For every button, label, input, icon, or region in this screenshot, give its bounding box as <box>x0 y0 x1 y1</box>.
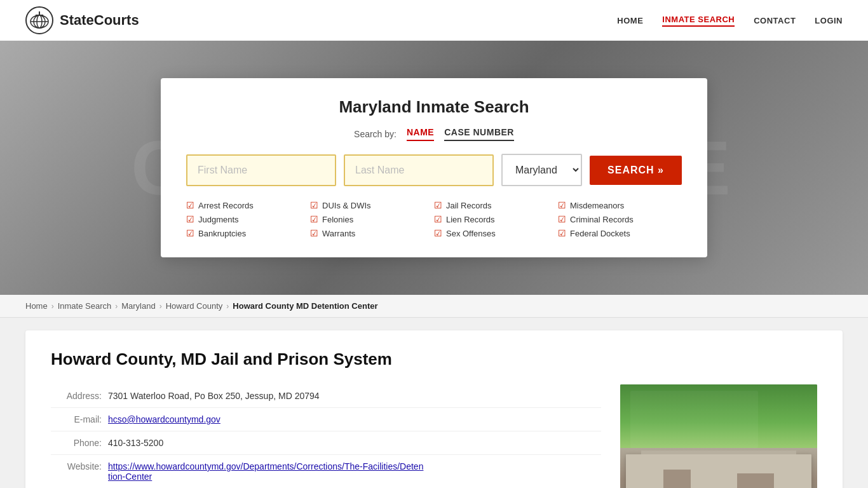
svg-point-0 <box>26 7 53 34</box>
checklist-item-misdemeanors: ☑ Misdemeanors <box>558 200 682 210</box>
breadcrumb: Home › Inmate Search › Maryland › Howard… <box>0 295 868 318</box>
checklist-item-jail: ☑ Jail Records <box>434 200 558 210</box>
checklist-label-jail: Jail Records <box>446 201 492 210</box>
breadcrumb-inmate-search[interactable]: Inmate Search <box>58 301 112 311</box>
checklist-item-bankruptcies: ☑ Bankruptcies <box>186 228 310 238</box>
search-inputs-row: Maryland SEARCH » <box>186 154 682 186</box>
checklist-label-criminal: Criminal Records <box>570 215 634 224</box>
checklist-label-sex-offenses: Sex Offenses <box>446 229 496 238</box>
header: StateCourts HOME INMATE SEARCH CONTACT L… <box>0 0 868 41</box>
site-name: StateCourts <box>60 12 139 29</box>
email-label: E-mail: <box>51 414 102 424</box>
main-content: Howard County, MD Jail and Prison System… <box>0 318 868 488</box>
nav-inmate-search[interactable]: INMATE SEARCH <box>662 15 735 27</box>
check-icon-felonies: ☑ <box>310 214 318 224</box>
breadcrumb-current: Howard County MD Detention Center <box>233 301 377 311</box>
checklist-item-judgments: ☑ Judgments <box>186 214 310 224</box>
nav-home[interactable]: HOME <box>617 16 643 25</box>
checklist-item-warrants: ☑ Warrants <box>310 228 434 238</box>
checklist-item-lien: ☑ Lien Records <box>434 214 558 224</box>
check-icon-misdemeanors: ☑ <box>558 200 566 210</box>
address-label: Address: <box>51 391 102 401</box>
check-icon-judgments: ☑ <box>186 214 194 224</box>
checklist-label-misdemeanors: Misdemeanors <box>570 201 624 210</box>
check-icon-criminal: ☑ <box>558 214 566 224</box>
breadcrumb-home[interactable]: Home <box>25 301 48 311</box>
facility-details: Address: 7301 Waterloo Road, Po Box 250,… <box>51 384 817 488</box>
tab-case-number[interactable]: CASE NUMBER <box>444 127 514 141</box>
checklist-item-arrest: ☑ Arrest Records <box>186 200 310 210</box>
checklist-item-criminal: ☑ Criminal Records <box>558 214 682 224</box>
check-icon-federal: ☑ <box>558 228 566 238</box>
phone-row: Phone: 410-313-5200 <box>51 431 601 455</box>
checklist-item-duis: ☑ DUIs & DWIs <box>310 200 434 210</box>
facility-info: Address: 7301 Waterloo Road, Po Box 250,… <box>51 384 601 488</box>
breadcrumb-sep-3: › <box>159 302 162 311</box>
check-icon-sex-offenses: ☑ <box>434 228 442 238</box>
check-icon-jail: ☑ <box>434 200 442 210</box>
address-row: Address: 7301 Waterloo Road, Po Box 250,… <box>51 384 601 408</box>
logo-area[interactable]: StateCourts <box>25 6 139 34</box>
checklist-item-federal: ☑ Federal Dockets <box>558 228 682 238</box>
state-select[interactable]: Maryland <box>501 154 582 186</box>
search-by-row: Search by: NAME CASE NUMBER <box>186 127 682 141</box>
check-icon-duis: ☑ <box>310 200 318 210</box>
breadcrumb-maryland[interactable]: Maryland <box>121 301 155 311</box>
breadcrumb-sep-1: › <box>51 302 54 311</box>
first-name-input[interactable] <box>186 154 336 186</box>
tab-name[interactable]: NAME <box>407 127 434 141</box>
check-icon-warrants: ☑ <box>310 228 318 238</box>
checklist-label-warrants: Warrants <box>322 229 355 238</box>
phone-label: Phone: <box>51 438 102 448</box>
checklist-label-federal: Federal Dockets <box>570 229 630 238</box>
breadcrumb-sep-4: › <box>226 302 229 311</box>
nav-contact[interactable]: CONTACT <box>754 16 796 25</box>
hero-section: COURTHOUSE Maryland Inmate Search Search… <box>0 41 868 295</box>
checklist-label-arrest: Arrest Records <box>198 201 254 210</box>
email-value[interactable]: hcso@howardcountymd.gov <box>108 414 220 424</box>
checklist-item-sex-offenses: ☑ Sex Offenses <box>434 228 558 238</box>
check-icon-lien: ☑ <box>434 214 442 224</box>
checklist-label-lien: Lien Records <box>446 215 495 224</box>
website-value[interactable]: https://www.howardcountymd.gov/Departmen… <box>108 461 426 482</box>
search-modal: Maryland Inmate Search Search by: NAME C… <box>161 78 707 257</box>
email-row: E-mail: hcso@howardcountymd.gov <box>51 408 601 431</box>
breadcrumb-sep-2: › <box>115 302 118 311</box>
main-nav: HOME INMATE SEARCH CONTACT LOGIN <box>617 15 843 27</box>
checklist-label-felonies: Felonies <box>322 215 353 224</box>
content-card: Howard County, MD Jail and Prison System… <box>25 330 843 488</box>
checklist-label-duis: DUIs & DWIs <box>322 201 371 210</box>
search-button[interactable]: SEARCH » <box>590 156 682 185</box>
checklist-label-judgments: Judgments <box>198 215 239 224</box>
check-icon-arrest: ☑ <box>186 200 194 210</box>
facility-image <box>620 384 817 488</box>
search-title: Maryland Inmate Search <box>186 97 682 117</box>
check-icon-bankruptcies: ☑ <box>186 228 194 238</box>
address-value: 7301 Waterloo Road, Po Box 250, Jessup, … <box>108 391 320 401</box>
facility-title: Howard County, MD Jail and Prison System <box>51 349 817 369</box>
website-label: Website: <box>51 461 102 471</box>
checklist-item-felonies: ☑ Felonies <box>310 214 434 224</box>
nav-login[interactable]: LOGIN <box>815 16 843 25</box>
last-name-input[interactable] <box>344 154 494 186</box>
phone-value: 410-313-5200 <box>108 438 163 448</box>
breadcrumb-howard-county[interactable]: Howard County <box>166 301 223 311</box>
checklist-label-bankruptcies: Bankruptcies <box>198 229 246 238</box>
checklist-grid: ☑ Arrest Records ☑ DUIs & DWIs ☑ Jail Re… <box>186 200 682 238</box>
search-by-label: Search by: <box>354 129 397 139</box>
logo-icon <box>25 6 53 34</box>
website-row: Website: https://www.howardcountymd.gov/… <box>51 455 601 488</box>
